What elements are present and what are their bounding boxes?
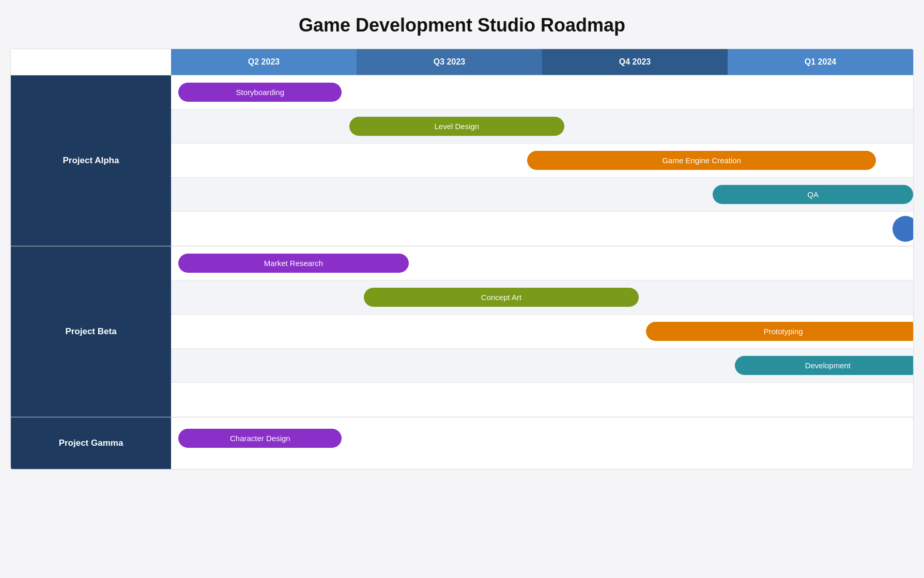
gantt-chart: Q2 2023 Q3 2023 Q4 2023 Q1 2024 Project …: [10, 49, 914, 470]
header-q4: Q4 2023: [542, 49, 728, 75]
task-row-character-design: Character Design: [171, 417, 913, 459]
task-bar-storyboarding[interactable]: Storyboarding: [178, 83, 342, 102]
project-gamma-label-cell: Project Gamma: [11, 417, 171, 469]
task-bar-market-research[interactable]: Market Research: [178, 254, 408, 273]
task-row-level-design: Level Design: [171, 110, 913, 144]
task-row-concept-art: Concept Art: [171, 280, 913, 315]
task-row-prototyping: Prototyping: [171, 315, 913, 349]
task-row-storyboarding: Storyboarding: [171, 75, 913, 110]
task-row-beta-empty: [171, 383, 913, 417]
task-bar-development[interactable]: Development: [735, 356, 914, 375]
gantt-header: Q2 2023 Q3 2023 Q4 2023 Q1 2024: [11, 49, 913, 75]
project-alpha-label-cell: Project Alpha: [11, 75, 171, 246]
task-row-game-engine: Game Engine Creation: [171, 144, 913, 178]
project-beta-label: Project Beta: [65, 326, 116, 337]
task-bar-prototyping[interactable]: Prototyping: [646, 322, 914, 341]
task-bar-level-design[interactable]: Level Design: [349, 117, 564, 136]
project-beta-tasks: Market Research Concept Art Prototyping …: [171, 246, 913, 417]
task-row-blue-dot: [171, 212, 913, 246]
project-alpha-label: Project Alpha: [63, 155, 119, 166]
header-empty-cell: [11, 49, 171, 75]
project-beta-row: Project Beta Market Research Concept Art…: [11, 246, 913, 417]
task-bar-blue-dot[interactable]: [892, 216, 914, 242]
project-gamma-label: Project Gamma: [59, 438, 124, 448]
task-bar-concept-art[interactable]: Concept Art: [364, 288, 638, 307]
project-alpha-row: Project Alpha Storyboarding Level Design…: [11, 75, 913, 246]
header-q2: Q2 2023: [171, 49, 357, 75]
project-alpha-tasks: Storyboarding Level Design Game Engine C…: [171, 75, 913, 246]
task-row-qa: QA: [171, 178, 913, 212]
page-title: Game Development Studio Roadmap: [0, 0, 924, 49]
task-row-development: Development: [171, 349, 913, 383]
task-bar-game-engine[interactable]: Game Engine Creation: [527, 151, 876, 170]
task-row-market-research: Market Research: [171, 246, 913, 280]
project-beta-label-cell: Project Beta: [11, 246, 171, 417]
project-gamma-tasks: Character Design: [171, 417, 913, 469]
task-bar-character-design[interactable]: Character Design: [178, 429, 342, 448]
header-q1: Q1 2024: [728, 49, 913, 75]
project-gamma-row: Project Gamma Character Design: [11, 417, 913, 469]
task-bar-qa[interactable]: QA: [713, 185, 913, 204]
header-q3: Q3 2023: [357, 49, 542, 75]
